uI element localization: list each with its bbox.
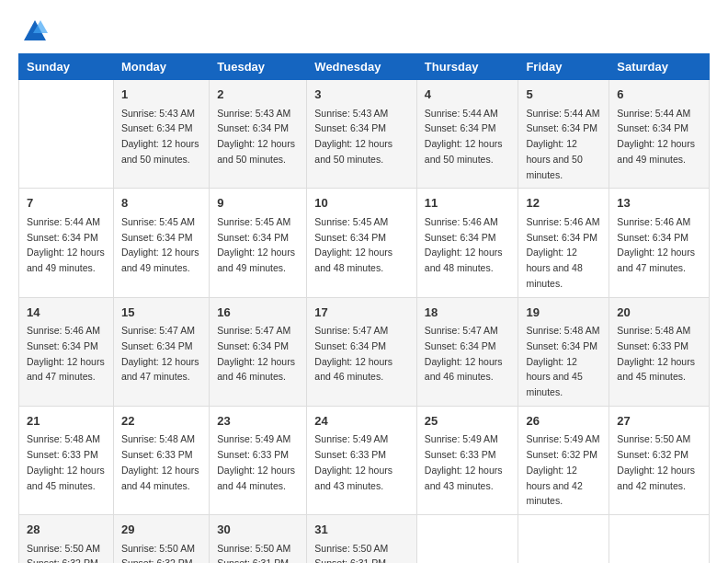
sunrise-text: Sunrise: 5:48 AM (617, 325, 690, 336)
calendar-cell: 31 Sunrise: 5:50 AM Sunset: 6:31 PM Dayl… (307, 515, 417, 564)
sunset-text: Sunset: 6:32 PM (121, 557, 193, 563)
sunset-text: Sunset: 6:34 PM (314, 232, 386, 243)
header-friday: Friday (518, 54, 609, 80)
sunrise-text: Sunrise: 5:47 AM (425, 325, 498, 336)
header-wednesday: Wednesday (307, 54, 417, 80)
sunrise-text: Sunrise: 5:50 AM (121, 543, 195, 554)
sunrise-text: Sunrise: 5:47 AM (217, 325, 290, 336)
daylight-text: Daylight: 12 hours and 50 minutes. (526, 138, 582, 180)
sunrise-text: Sunrise: 5:43 AM (314, 108, 388, 119)
sunset-text: Sunset: 6:33 PM (314, 449, 386, 460)
calendar-cell: 13 Sunrise: 5:46 AM Sunset: 6:34 PM Dayl… (609, 189, 710, 297)
daylight-text: Daylight: 12 hours and 45 minutes. (526, 356, 582, 398)
sunset-text: Sunset: 6:34 PM (425, 122, 496, 133)
sunrise-text: Sunrise: 5:47 AM (121, 325, 195, 336)
sunrise-text: Sunrise: 5:50 AM (217, 543, 290, 554)
calendar-cell: 5 Sunrise: 5:44 AM Sunset: 6:34 PM Dayli… (518, 80, 609, 189)
calendar-cell: 29 Sunrise: 5:50 AM Sunset: 6:32 PM Dayl… (113, 515, 209, 564)
day-number: 21 (27, 412, 106, 431)
calendar-cell: 9 Sunrise: 5:45 AM Sunset: 6:34 PM Dayli… (210, 189, 307, 297)
sunrise-text: Sunrise: 5:45 AM (121, 216, 195, 227)
day-number: 13 (617, 194, 701, 213)
daylight-text: Daylight: 12 hours and 46 minutes. (217, 356, 295, 383)
daylight-text: Daylight: 12 hours and 48 minutes. (425, 247, 503, 273)
header-saturday: Saturday (609, 54, 710, 80)
day-number: 27 (617, 412, 701, 431)
sunrise-text: Sunrise: 5:44 AM (425, 108, 498, 119)
page-header (18, 18, 710, 44)
calendar-cell: 17 Sunrise: 5:47 AM Sunset: 6:34 PM Dayl… (307, 297, 417, 406)
day-number: 20 (617, 304, 701, 322)
daylight-text: Daylight: 12 hours and 50 minutes. (121, 138, 199, 165)
calendar-cell: 28 Sunrise: 5:50 AM Sunset: 6:32 PM Dayl… (19, 515, 114, 564)
day-number: 10 (314, 194, 409, 213)
calendar-week-row: 28 Sunrise: 5:50 AM Sunset: 6:32 PM Dayl… (19, 515, 710, 564)
daylight-text: Daylight: 12 hours and 43 minutes. (314, 465, 392, 491)
daylight-text: Daylight: 12 hours and 50 minutes. (314, 138, 392, 165)
day-number: 16 (217, 304, 299, 322)
sunset-text: Sunset: 6:32 PM (526, 449, 597, 460)
sunrise-text: Sunrise: 5:44 AM (526, 108, 599, 119)
daylight-text: Daylight: 12 hours and 50 minutes. (425, 138, 503, 165)
sunset-text: Sunset: 6:33 PM (27, 449, 98, 460)
logo-icon (22, 18, 48, 44)
day-number: 12 (526, 194, 601, 213)
calendar-cell: 3 Sunrise: 5:43 AM Sunset: 6:34 PM Dayli… (307, 80, 417, 189)
daylight-text: Daylight: 12 hours and 46 minutes. (425, 356, 503, 383)
calendar-cell: 21 Sunrise: 5:48 AM Sunset: 6:33 PM Dayl… (19, 406, 114, 514)
daylight-text: Daylight: 12 hours and 50 minutes. (217, 138, 295, 165)
daylight-text: Daylight: 12 hours and 47 minutes. (27, 356, 105, 383)
day-number: 5 (526, 86, 601, 104)
day-number: 18 (425, 304, 511, 322)
sunrise-text: Sunrise: 5:46 AM (27, 325, 100, 336)
daylight-text: Daylight: 12 hours and 49 minutes. (217, 247, 295, 273)
daylight-text: Daylight: 12 hours and 49 minutes. (617, 138, 695, 165)
sunrise-text: Sunrise: 5:48 AM (526, 325, 599, 336)
calendar-cell: 30 Sunrise: 5:50 AM Sunset: 6:31 PM Dayl… (210, 515, 307, 564)
sunset-text: Sunset: 6:34 PM (217, 122, 289, 133)
sunset-text: Sunset: 6:33 PM (217, 449, 289, 460)
day-number: 23 (217, 412, 299, 431)
calendar-cell: 1 Sunrise: 5:43 AM Sunset: 6:34 PM Dayli… (113, 80, 209, 189)
sunrise-text: Sunrise: 5:47 AM (314, 325, 388, 336)
day-number: 11 (425, 194, 511, 213)
day-number: 30 (217, 521, 299, 539)
sunset-text: Sunset: 6:34 PM (121, 232, 193, 243)
sunrise-text: Sunrise: 5:44 AM (27, 216, 100, 227)
day-number: 17 (314, 304, 409, 322)
sunrise-text: Sunrise: 5:46 AM (526, 216, 599, 227)
sunset-text: Sunset: 6:34 PM (217, 340, 289, 351)
calendar-cell: 12 Sunrise: 5:46 AM Sunset: 6:34 PM Dayl… (518, 189, 609, 297)
sunrise-text: Sunrise: 5:45 AM (314, 216, 388, 227)
calendar-cell: 27 Sunrise: 5:50 AM Sunset: 6:32 PM Dayl… (609, 406, 710, 514)
day-number: 6 (617, 86, 701, 104)
header-monday: Monday (113, 54, 209, 80)
day-number: 22 (121, 412, 201, 431)
calendar-cell: 10 Sunrise: 5:45 AM Sunset: 6:34 PM Dayl… (307, 189, 417, 297)
calendar-cell: 2 Sunrise: 5:43 AM Sunset: 6:34 PM Dayli… (210, 80, 307, 189)
sunrise-text: Sunrise: 5:49 AM (425, 433, 498, 444)
calendar-cell: 26 Sunrise: 5:49 AM Sunset: 6:32 PM Dayl… (518, 406, 609, 514)
sunset-text: Sunset: 6:34 PM (526, 232, 597, 243)
sunset-text: Sunset: 6:32 PM (617, 449, 688, 460)
calendar-table: SundayMondayTuesdayWednesdayThursdayFrid… (18, 53, 710, 563)
day-number: 19 (526, 304, 601, 322)
calendar-cell: 23 Sunrise: 5:49 AM Sunset: 6:33 PM Dayl… (210, 406, 307, 514)
calendar-cell: 6 Sunrise: 5:44 AM Sunset: 6:34 PM Dayli… (609, 80, 710, 189)
sunset-text: Sunset: 6:34 PM (27, 340, 98, 351)
calendar-cell: 22 Sunrise: 5:48 AM Sunset: 6:33 PM Dayl… (113, 406, 209, 514)
daylight-text: Daylight: 12 hours and 44 minutes. (121, 465, 199, 491)
sunset-text: Sunset: 6:34 PM (27, 232, 98, 243)
day-number: 31 (314, 521, 409, 539)
daylight-text: Daylight: 12 hours and 48 minutes. (526, 247, 582, 289)
daylight-text: Daylight: 12 hours and 48 minutes. (314, 247, 392, 273)
daylight-text: Daylight: 12 hours and 42 minutes. (617, 465, 695, 491)
daylight-text: Daylight: 12 hours and 45 minutes. (617, 356, 695, 383)
calendar-cell: 19 Sunrise: 5:48 AM Sunset: 6:34 PM Dayl… (518, 297, 609, 406)
calendar-cell: 25 Sunrise: 5:49 AM Sunset: 6:33 PM Dayl… (416, 406, 518, 514)
calendar-cell: 8 Sunrise: 5:45 AM Sunset: 6:34 PM Dayli… (113, 189, 209, 297)
sunrise-text: Sunrise: 5:48 AM (27, 433, 100, 444)
calendar-cell (416, 515, 518, 564)
daylight-text: Daylight: 12 hours and 42 minutes. (526, 465, 582, 507)
calendar-cell: 20 Sunrise: 5:48 AM Sunset: 6:33 PM Dayl… (609, 297, 710, 406)
